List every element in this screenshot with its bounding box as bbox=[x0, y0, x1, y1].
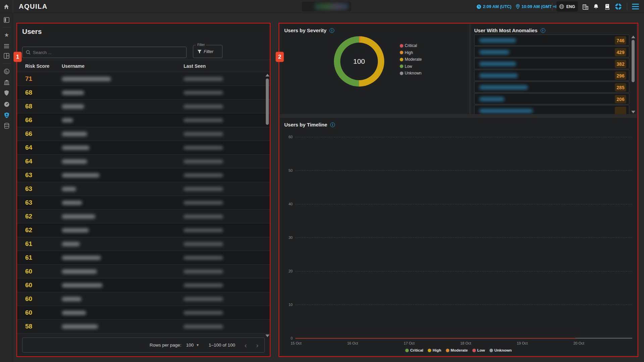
table-row[interactable]: 63 bbox=[17, 196, 270, 210]
table-row[interactable]: 61 bbox=[17, 251, 270, 265]
timeline-legend-item[interactable]: Moderate bbox=[446, 348, 468, 353]
redacted-username bbox=[62, 324, 98, 329]
table-row[interactable]: 71 bbox=[17, 72, 270, 86]
table-row[interactable]: 68 bbox=[17, 100, 270, 113]
risk-score-value: 63 bbox=[25, 185, 32, 193]
severity-legend-item[interactable]: Unknown bbox=[400, 70, 422, 77]
scrollbar-thumb[interactable] bbox=[266, 79, 269, 125]
gridline bbox=[295, 137, 632, 137]
annotation-badge-1: 1 bbox=[14, 52, 21, 62]
anomaly-list-item[interactable]: 206 bbox=[474, 93, 629, 104]
column-username[interactable]: Username bbox=[62, 63, 85, 69]
building-icon[interactable] bbox=[580, 0, 590, 13]
pagination-range: 1–100 of 100 bbox=[209, 343, 235, 348]
severity-legend-item[interactable]: Moderate bbox=[400, 56, 422, 63]
list-icon[interactable] bbox=[0, 41, 13, 51]
anomaly-count-badge: 429 bbox=[615, 48, 626, 56]
timeline-legend-item[interactable]: Low bbox=[472, 348, 485, 353]
users-table-scrollbar[interactable] bbox=[265, 74, 270, 337]
table-row[interactable]: 58 bbox=[17, 320, 270, 333]
redacted-last-seen bbox=[184, 325, 223, 328]
home-icon[interactable] bbox=[0, 0, 13, 13]
info-icon[interactable]: i bbox=[330, 122, 335, 127]
table-row[interactable]: 60 bbox=[17, 306, 270, 320]
legend-dot bbox=[428, 349, 431, 352]
x-axis-tick-label: 17 Oct bbox=[404, 341, 414, 345]
anomaly-list-item[interactable] bbox=[474, 105, 629, 114]
risk-score-value: 71 bbox=[25, 75, 32, 83]
search-input[interactable]: Search ... bbox=[22, 47, 187, 58]
scroll-up-icon[interactable] bbox=[265, 74, 269, 76]
table-row[interactable]: 66 bbox=[17, 127, 270, 141]
gridline bbox=[295, 204, 632, 204]
table-row[interactable]: 64 bbox=[17, 155, 270, 168]
legend-dot bbox=[472, 349, 476, 352]
timeline-legend-item[interactable]: High bbox=[428, 348, 441, 353]
risk-score-value: 68 bbox=[25, 103, 32, 110]
x-axis-tick-label: 20 Oct bbox=[574, 341, 584, 345]
anomaly-list-item[interactable]: 746 bbox=[474, 35, 629, 46]
grid-icon[interactable] bbox=[0, 51, 13, 60]
redacted-last-seen bbox=[184, 118, 223, 122]
timeline-legend-item[interactable]: Critical bbox=[405, 348, 423, 353]
next-page-button[interactable]: › bbox=[256, 342, 258, 349]
table-row[interactable]: 62 bbox=[17, 210, 270, 223]
users-by-timeline-panel: Users by Timeline i 6050403020100 15 Oct… bbox=[280, 118, 637, 356]
legend-label: High bbox=[433, 348, 441, 352]
life-ring-icon[interactable] bbox=[613, 0, 623, 13]
redacted-last-seen bbox=[184, 91, 223, 95]
legend-dot bbox=[400, 58, 403, 61]
radar-icon[interactable] bbox=[0, 67, 13, 76]
table-row[interactable]: 60 bbox=[17, 278, 270, 292]
gauge-icon[interactable] bbox=[0, 100, 13, 109]
column-risk-score[interactable]: Risk Score bbox=[25, 63, 49, 69]
bank-icon[interactable] bbox=[0, 77, 13, 87]
rows-per-page-select[interactable]: 100 ▼ bbox=[186, 343, 199, 348]
redacted-last-seen bbox=[184, 242, 223, 246]
table-row[interactable]: 60 bbox=[17, 292, 270, 306]
anomaly-list-item[interactable]: 285 bbox=[474, 82, 629, 93]
legend-label: Moderate bbox=[451, 348, 468, 352]
anomaly-list-item[interactable]: 382 bbox=[474, 58, 629, 69]
table-row[interactable]: 63 bbox=[17, 168, 270, 182]
menu-icon[interactable] bbox=[630, 0, 640, 13]
redacted-username bbox=[62, 132, 87, 136]
anomaly-list-item[interactable]: 429 bbox=[474, 46, 629, 57]
scrollbar-thumb[interactable] bbox=[632, 40, 635, 82]
prev-page-button[interactable]: ‹ bbox=[245, 342, 247, 349]
severity-legend-item[interactable]: Low bbox=[400, 63, 422, 70]
layout-panel-icon[interactable] bbox=[0, 15, 13, 24]
scroll-down-icon[interactable] bbox=[265, 334, 269, 337]
table-row[interactable]: 60 bbox=[17, 265, 270, 278]
redacted-last-seen bbox=[184, 228, 223, 232]
info-icon[interactable]: i bbox=[541, 28, 545, 33]
anomaly-list-item[interactable]: 296 bbox=[474, 70, 629, 81]
gridline bbox=[295, 271, 632, 271]
anomalies-scrollbar[interactable] bbox=[631, 36, 636, 113]
severity-legend-item[interactable]: Critical bbox=[400, 42, 422, 49]
timeline-legend-item[interactable]: Unknown bbox=[489, 348, 512, 353]
severity-legend-item[interactable]: High bbox=[400, 49, 422, 56]
table-row[interactable]: 62 bbox=[17, 223, 270, 237]
redacted-last-seen bbox=[184, 270, 223, 273]
language-selector[interactable]: ENG bbox=[556, 1, 578, 12]
database-icon[interactable] bbox=[0, 121, 13, 131]
scroll-down-icon[interactable] bbox=[631, 111, 635, 113]
table-row[interactable]: 63 bbox=[17, 182, 270, 196]
user-shield-icon[interactable] bbox=[0, 110, 13, 120]
table-row[interactable]: 61 bbox=[17, 237, 270, 251]
x-axis-tick-label: 19 Oct bbox=[517, 341, 528, 345]
table-row[interactable]: 68 bbox=[17, 86, 270, 100]
info-icon[interactable]: i bbox=[330, 28, 334, 33]
book-icon[interactable] bbox=[602, 0, 612, 13]
filter-button[interactable]: Filter Filter bbox=[193, 45, 222, 58]
shield-icon[interactable] bbox=[0, 88, 13, 98]
table-row[interactable]: 66 bbox=[17, 113, 270, 127]
column-last-seen[interactable]: Last Seen bbox=[184, 63, 206, 69]
redacted-username bbox=[62, 311, 86, 315]
bell-icon[interactable] bbox=[591, 0, 601, 13]
star-icon[interactable]: ★ bbox=[0, 30, 13, 40]
scroll-up-icon[interactable] bbox=[631, 36, 635, 38]
legend-label: Critical bbox=[405, 43, 417, 48]
table-row[interactable]: 64 bbox=[17, 141, 270, 155]
